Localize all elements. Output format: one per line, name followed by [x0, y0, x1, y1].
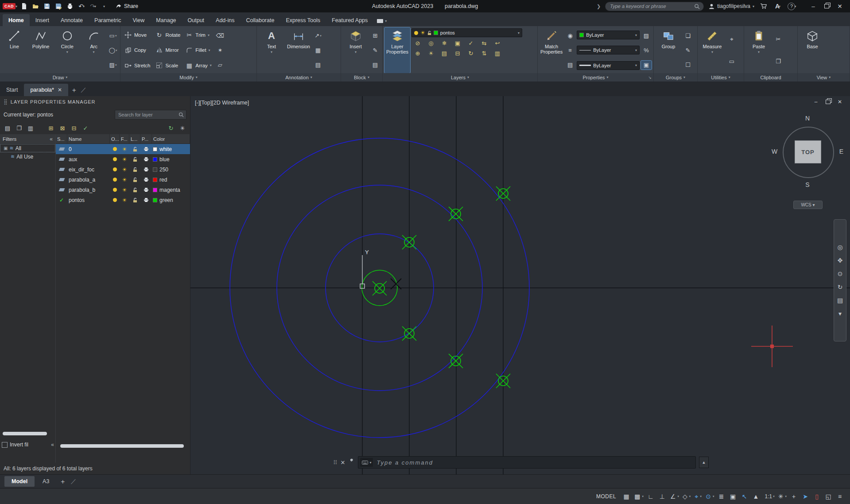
layout-tab-model[interactable]: Model: [4, 476, 35, 487]
showmotion-icon[interactable]: ▤: [837, 297, 843, 304]
linetype-list-icon[interactable]: ≡: [565, 46, 575, 55]
viewport-close-button[interactable]: ✕: [837, 99, 843, 105]
layer-freeze-icon[interactable]: ☀: [120, 198, 129, 203]
base-button[interactable]: Base: [800, 27, 825, 73]
layer-previous-icon[interactable]: ↩: [492, 39, 503, 47]
create-block-icon[interactable]: ⊞: [370, 31, 380, 40]
layer-row[interactable]: ✓ pontos ☀ green: [56, 195, 190, 205]
layer-merge-icon[interactable]: ⊟: [452, 49, 463, 58]
selection-cycling-icon[interactable]: ↖▾: [740, 491, 750, 502]
minimize-button[interactable]: –: [807, 0, 820, 12]
redo-button[interactable]: ↷▾: [88, 1, 98, 11]
account-button[interactable]: tiagofilipesilva ▾: [708, 3, 754, 10]
plot-style-icon[interactable]: ▨: [641, 31, 652, 40]
measure-button[interactable]: Measure ▾: [699, 27, 725, 73]
move-button[interactable]: Move: [122, 30, 152, 40]
isolate-objects-icon[interactable]: ➤▾: [800, 491, 811, 502]
ribbon-tab[interactable]: Output: [182, 14, 210, 26]
layer-plot-icon[interactable]: [140, 147, 152, 151]
layer-freeze-icon[interactable]: ☀: [120, 147, 129, 152]
workspace-gear-icon[interactable]: ✳▾: [777, 491, 788, 502]
trim-button[interactable]: ✂Trim▾: [183, 30, 213, 40]
search-icon[interactable]: [179, 112, 184, 117]
ortho-icon[interactable]: ⊥▾: [657, 491, 668, 502]
new-layer-icon[interactable]: ⊞: [46, 123, 56, 133]
hardware-acceleration-icon[interactable]: ▯▾: [812, 491, 823, 502]
layer-plot-icon[interactable]: [140, 198, 152, 202]
isodraft-icon[interactable]: ◇▾: [681, 491, 692, 502]
model-space-toggle[interactable]: MODEL: [592, 492, 621, 501]
polar-tracking-icon[interactable]: ∠▾: [669, 491, 680, 502]
layer-on-icon[interactable]: [110, 147, 120, 151]
red-crosshair-box[interactable]: [770, 345, 774, 348]
tree-hscrollbar[interactable]: [3, 432, 47, 435]
transparency-icon[interactable]: ▣▾: [728, 491, 739, 502]
ribbon-tab[interactable]: Annotate: [55, 14, 89, 26]
collapse-filters-icon[interactable]: «: [50, 136, 53, 142]
leader-icon[interactable]: ↗▾: [313, 31, 323, 40]
layer-lock-icon[interactable]: ▣: [452, 39, 463, 47]
lineweight-list-icon[interactable]: ▤: [565, 61, 575, 70]
group-edit-icon[interactable]: ✎: [683, 46, 693, 55]
panel-label-groups[interactable]: Groups▾: [654, 73, 697, 81]
object-color-icon[interactable]: ◉: [565, 31, 575, 40]
layer-freeze-icon[interactable]: ☀: [120, 177, 129, 182]
layer-freeze-icon[interactable]: ☀: [120, 157, 129, 162]
search-icon[interactable]: [694, 4, 700, 9]
plot-button[interactable]: [65, 1, 75, 11]
invert-filter-checkbox[interactable]: [2, 442, 8, 448]
set-current-icon[interactable]: ✓: [81, 123, 90, 133]
new-layer-vp-frozen-icon[interactable]: ⊠: [58, 123, 67, 133]
panel-label-utilities[interactable]: Utilities▾: [698, 73, 744, 81]
layer-search-input[interactable]: [117, 112, 179, 118]
layer-states-manager-icon[interactable]: ▥: [26, 123, 35, 133]
layer-table-header[interactable]: S... Name O... F... L... P... Color: [56, 134, 190, 144]
layer-color[interactable]: magenta: [152, 187, 190, 193]
layer-lock-icon[interactable]: [129, 147, 140, 152]
layer-color[interactable]: blue: [152, 156, 190, 163]
new-layout-button[interactable]: ＋: [57, 476, 68, 487]
layer-plot-icon[interactable]: [140, 187, 152, 192]
layer-on-icon[interactable]: [110, 198, 120, 202]
layer-freeze-icon[interactable]: ☀: [120, 167, 129, 172]
delete-layer-icon[interactable]: ⊟: [69, 123, 79, 133]
viewport-controls[interactable]: [-][Top][2D Wireframe]: [195, 100, 249, 106]
copy-button[interactable]: Copy: [122, 45, 152, 55]
block-attributes-icon[interactable]: ▤: [370, 61, 380, 70]
new-property-filter-icon[interactable]: ▤: [3, 123, 12, 133]
layer-freeze-icon[interactable]: ☀: [120, 187, 129, 193]
explode-icon[interactable]: ✶: [215, 46, 225, 55]
dialog-launcher-icon[interactable]: ↘: [648, 75, 652, 80]
array-button[interactable]: ▦Array▾: [183, 60, 213, 71]
save-as-button[interactable]: [54, 1, 63, 11]
table-hscrollbar[interactable]: [60, 444, 184, 448]
panel-label-properties[interactable]: Properties▾↘: [538, 73, 653, 81]
settings-icon[interactable]: ✳: [178, 123, 187, 133]
scale-button[interactable]: Scale: [153, 60, 182, 71]
circle-button[interactable]: Circle ▾: [55, 27, 80, 73]
group-button[interactable]: Group: [656, 27, 681, 73]
layer-color[interactable]: white: [152, 146, 190, 152]
cut-icon[interactable]: ✂: [773, 35, 784, 44]
layer-on-icon[interactable]: [110, 178, 120, 182]
command-grip-icon[interactable]: ⠿: [333, 459, 338, 466]
undo-button[interactable]: ↶▾: [77, 1, 86, 11]
table-icon[interactable]: ▦▾: [313, 46, 323, 55]
viewport-minimize-button[interactable]: –: [813, 99, 819, 105]
share-button[interactable]: Share: [116, 3, 138, 9]
maximize-button[interactable]: [820, 0, 833, 12]
autodesk-app-button[interactable]: A▾: [773, 1, 783, 11]
snap-icon[interactable]: ▩▾: [633, 491, 645, 502]
layer-on-icon[interactable]: [110, 167, 120, 171]
command-close-icon[interactable]: ✕: [341, 459, 345, 466]
panel-label-annotation[interactable]: Annotation▾: [257, 73, 341, 81]
layer-isolate-icon[interactable]: ◎: [426, 39, 436, 47]
infer-constraints-icon[interactable]: ∟▾: [646, 491, 656, 502]
layer-lock-icon[interactable]: [129, 167, 140, 172]
paste-button[interactable]: Paste ▾: [746, 27, 772, 73]
ribbon-tab[interactable]: Parametric: [89, 14, 127, 26]
steering-wheel-icon[interactable]: ◎: [837, 244, 843, 251]
tree-item-all[interactable]: ▣ ≋ All: [0, 144, 55, 152]
copy-clip-icon[interactable]: ❐: [773, 57, 784, 66]
ellipse-icon[interactable]: ◯▾: [108, 46, 118, 55]
